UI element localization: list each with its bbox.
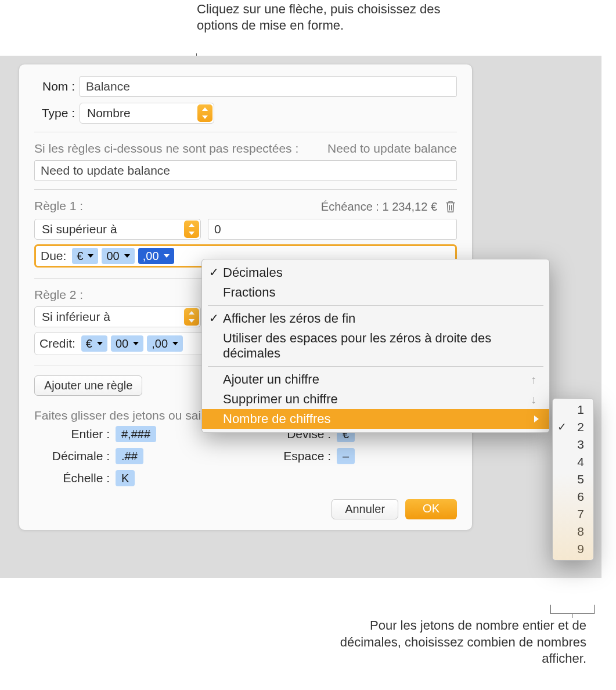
callout-top: Cliquez sur une flèche, puis choisissez … <box>197 1 464 34</box>
rule1-condition-select[interactable]: Si supérieur à <box>34 219 201 240</box>
rule1-label: Règle 1 : <box>34 199 83 214</box>
token-space-label: Espace : <box>254 449 331 463</box>
menu-separator <box>208 366 543 367</box>
rule2-label: Règle 2 : <box>34 288 83 302</box>
stepper-icon <box>184 308 199 326</box>
menu-item-add-digit[interactable]: Ajouter un chiffre <box>202 370 549 389</box>
rule1-value-input[interactable]: 0 <box>208 219 457 240</box>
decimal-token[interactable]: ,00 <box>147 335 183 352</box>
type-select-value: Nombre <box>87 106 131 120</box>
menu-item-decimals[interactable]: Décimales <box>202 263 549 283</box>
rule2-condition-value: Si inférieur à <box>42 310 110 324</box>
add-rule-button[interactable]: Ajouter une règle <box>34 375 142 396</box>
rule2-condition-select[interactable]: Si inférieur à <box>34 306 201 327</box>
chevron-down-icon <box>88 254 93 258</box>
default-text-input[interactable]: Need to update balance <box>34 160 457 181</box>
submenu-item-9[interactable]: 9 <box>553 540 593 558</box>
currency-token[interactable]: € <box>81 335 107 352</box>
token-text: € <box>86 337 92 351</box>
name-input[interactable]: Balance <box>80 76 457 97</box>
chevron-down-icon <box>133 342 139 345</box>
callout-bottom: Pour les jetons de nombre entier et de d… <box>331 617 586 667</box>
type-select[interactable]: Nombre <box>80 103 214 124</box>
rule1-condition-value: Si supérieur à <box>42 222 117 236</box>
chevron-down-icon <box>124 254 130 258</box>
submenu-item-1[interactable]: 1 <box>553 401 593 418</box>
menu-item-spaces-zeros[interactable]: Utiliser des espaces pour les zéros à dr… <box>202 328 549 363</box>
rules-intro-label: Si les règles ci-dessous ne sont pas res… <box>34 142 298 156</box>
submenu-item-7[interactable]: 7 <box>553 505 593 523</box>
submenu-item-2[interactable]: 2 <box>553 418 593 436</box>
stepper-icon <box>197 104 212 122</box>
submenu-item-8[interactable]: 8 <box>553 523 593 540</box>
rule2-format-prefix: Credit: <box>38 337 78 351</box>
submenu-item-3[interactable]: 3 <box>553 436 593 453</box>
token-text: 00 <box>116 337 128 351</box>
callout-bracket <box>550 605 595 614</box>
chevron-down-icon <box>97 342 103 345</box>
rule1-format-prefix: Due: <box>39 249 69 263</box>
draggable-decimal-token[interactable]: .## <box>116 448 143 464</box>
token-text: ,00 <box>143 250 159 263</box>
integer-token[interactable]: 00 <box>111 335 143 352</box>
digit-count-submenu: 1 2 3 4 5 6 7 8 9 <box>552 398 594 561</box>
token-text: ,00 <box>152 337 168 351</box>
currency-token[interactable]: € <box>72 248 98 264</box>
menu-separator <box>208 305 543 306</box>
token-text: 00 <box>106 250 119 263</box>
stepper-icon <box>184 221 199 238</box>
token-text: € <box>77 250 83 263</box>
draggable-space-token[interactable]: – <box>337 448 355 464</box>
token-decimal-label: Décimale : <box>34 449 110 463</box>
menu-item-digit-count[interactable]: Nombre de chiffres <box>202 409 549 429</box>
cancel-button[interactable]: Annuler <box>332 499 398 519</box>
token-scale-label: Échelle : <box>34 471 110 485</box>
rule1-preview: Échéance : 1 234,12 € <box>321 200 437 214</box>
submenu-item-6[interactable]: 6 <box>553 488 593 505</box>
draggable-scale-token[interactable]: K <box>116 470 135 486</box>
format-options-popup: Décimales Fractions Afficher les zéros d… <box>201 259 550 433</box>
chevron-down-icon <box>164 254 170 258</box>
submenu-item-4[interactable]: 4 <box>553 453 593 471</box>
decimal-token-selected[interactable]: ,00 <box>138 248 174 264</box>
separator <box>34 189 457 190</box>
trash-icon[interactable] <box>444 199 457 214</box>
menu-item-remove-digit[interactable]: Supprimer un chiffre <box>202 389 549 409</box>
name-label: Nom : <box>34 80 75 93</box>
submenu-item-5[interactable]: 5 <box>553 471 593 488</box>
draggable-integer-token[interactable]: #,### <box>116 426 156 442</box>
token-integer-label: Entier : <box>34 427 110 441</box>
chevron-down-icon <box>172 342 178 345</box>
menu-item-trailing-zeros[interactable]: Afficher les zéros de fin <box>202 309 549 328</box>
type-label: Type : <box>34 106 75 120</box>
ok-button[interactable]: OK <box>405 499 457 519</box>
separator <box>34 132 457 132</box>
integer-token[interactable]: 00 <box>102 248 134 264</box>
menu-item-fractions[interactable]: Fractions <box>202 283 549 302</box>
rules-preview-text: Need to update balance <box>327 142 457 156</box>
